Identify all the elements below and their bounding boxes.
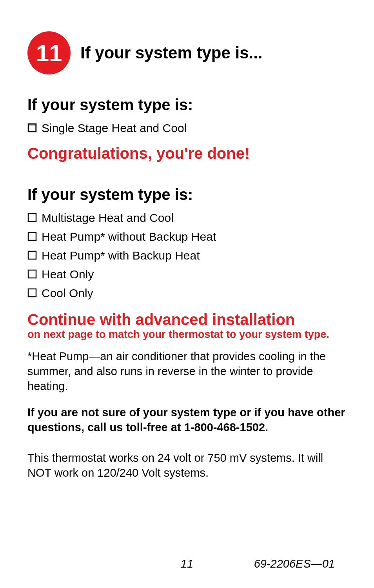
checkbox-item: Heat Pump* with Backup Heat xyxy=(27,249,347,262)
svg-rect-8 xyxy=(28,270,36,278)
checkbox-icon xyxy=(27,213,37,222)
continue-subtext: on next page to match your thermostat to… xyxy=(27,328,347,341)
checkbox-label: Multistage Heat and Cool xyxy=(42,211,174,225)
continue-heading: Continue with advanced installation xyxy=(27,311,347,328)
checkbox-icon xyxy=(27,123,37,132)
svg-rect-7 xyxy=(28,251,36,259)
checkbox-label: Heat Pump* with Backup Heat xyxy=(42,249,200,262)
step-header: 11 If your system type is... xyxy=(27,31,347,74)
help-text: If you are not sure of your system type … xyxy=(27,405,347,435)
checkbox-item: Multistage Heat and Cool xyxy=(27,211,347,225)
svg-rect-5 xyxy=(28,214,36,221)
checkbox-icon xyxy=(27,250,37,260)
page-footer: 11 69-2206ES—01 xyxy=(0,557,374,570)
checkbox-icon xyxy=(27,232,37,241)
checkbox-item: Heat Pump* without Backup Heat xyxy=(27,230,347,243)
step-title: If your system type is... xyxy=(80,44,263,62)
checkbox-label: Cool Only xyxy=(42,287,93,300)
page-number: 11 xyxy=(0,557,374,570)
svg-rect-9 xyxy=(28,289,36,297)
step-number-circle: 11 xyxy=(27,31,71,74)
congratulations-heading: Congratulations, you're done! xyxy=(27,145,347,162)
checkbox-item: Single Stage Heat and Cool xyxy=(27,122,347,135)
heat-pump-footnote: *Heat Pump—an air conditioner that provi… xyxy=(27,349,347,394)
step-number: 11 xyxy=(36,40,62,67)
compatibility-text: This thermostat works on 24 volt or 750 … xyxy=(27,451,347,480)
checkbox-icon xyxy=(27,288,37,298)
checkbox-item: Heat Only xyxy=(27,268,347,281)
checkbox-label: Single Stage Heat and Cool xyxy=(42,122,187,135)
svg-rect-6 xyxy=(28,232,36,240)
checkbox-label: Heat Only xyxy=(42,268,94,281)
checkbox-label: Heat Pump* without Backup Heat xyxy=(42,230,216,243)
checkbox-item: Cool Only xyxy=(27,287,347,300)
section-2: If your system type is: Multistage Heat … xyxy=(27,186,347,480)
section-1-heading: If your system type is: xyxy=(27,96,347,114)
checkbox-icon xyxy=(27,269,37,279)
section-2-heading: If your system type is: xyxy=(27,186,347,203)
